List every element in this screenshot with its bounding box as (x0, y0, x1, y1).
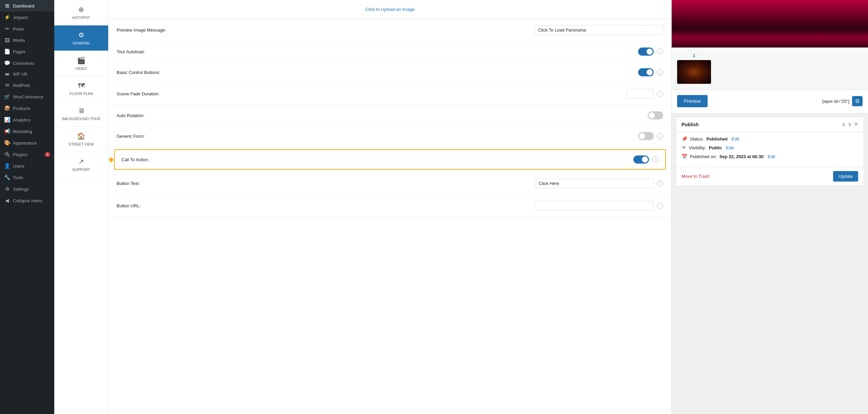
section-label: BACKGROUND TOUR (62, 117, 100, 121)
media-icon: 🖼 (4, 37, 10, 43)
published-edit-link[interactable]: Edit (768, 154, 775, 159)
collapse-up-icon[interactable]: ∧ (842, 121, 846, 128)
thumbnail-section: 1 (672, 48, 868, 89)
scene-fade-duration-row: Scene Fade Duration: i (108, 83, 671, 105)
publish-title: Publish (682, 122, 699, 127)
sidebar-item-dashboard[interactable]: ⊞ Dashboard (0, 0, 54, 12)
preview-button[interactable]: Preview (677, 95, 708, 107)
auto-rotation-label: Auto Rotation: (117, 113, 144, 118)
thumbnail-img[interactable] (677, 60, 711, 84)
button-text-row: Button Text: i (108, 172, 671, 195)
status-icon: 📌 (682, 136, 687, 142)
plugins-icon: 🔌 (4, 151, 10, 157)
publish-visibility-row: 👁 Visibility: Public Edit (682, 145, 858, 150)
status-edit-link[interactable]: Edit (732, 136, 739, 142)
published-date: Sep 22, 2023 at 06:30 (719, 154, 764, 159)
update-button[interactable]: Update (833, 171, 858, 182)
mailpoet-icon: ✉ (4, 82, 10, 88)
sidebar: ⊞ Dashboard ⚡ Jetpack ✏ Posts 🖼 Media 📄 … (0, 0, 54, 414)
section-hotspot[interactable]: ⊕ HOTSPOT (54, 0, 108, 25)
generic-form-toggle[interactable] (638, 132, 654, 140)
sidebar-item-wpvr[interactable]: 🥽 WP VR (0, 69, 54, 79)
published-label: Published on: (690, 154, 717, 159)
scene-fade-info[interactable]: i (657, 91, 663, 97)
collapse-down-icon[interactable]: ∨ (848, 121, 852, 128)
thumbnail-number: 1 (677, 53, 711, 58)
sidebar-item-plugins[interactable]: 🔌 Plugins 5 (0, 149, 54, 160)
publish-box: Publish ∧ ∨ ✕ 📌 Status: Published Edit 👁… (676, 117, 864, 186)
button-url-info[interactable]: i (657, 203, 663, 209)
move-to-trash-link[interactable]: Move to Trash (682, 174, 709, 179)
jetpack-icon: ⚡ (4, 14, 10, 20)
sidebar-item-users[interactable]: 👤 Users (0, 160, 54, 172)
button-url-input[interactable] (535, 201, 654, 211)
section-label: HOTSPOT (72, 16, 90, 20)
preview-image-message-input[interactable] (534, 25, 663, 35)
button-text-right: i (535, 178, 663, 188)
sidebar-item-tools[interactable]: 🔧 Tools (0, 172, 54, 183)
street-view-icon: 🏠 (77, 132, 85, 140)
copy-shortcode-button[interactable]: ⧉ (852, 96, 863, 106)
basic-control-toggle[interactable] (638, 68, 654, 76)
sidebar-item-mailpoet[interactable]: ✉ MailPoet (0, 79, 54, 91)
hotspot-icon: ⊕ (78, 5, 84, 14)
auto-rotation-toggle[interactable] (648, 111, 663, 119)
wpvr-icon: 🥽 (4, 72, 10, 76)
right-panel: 1 Preview [wpvr id="25"] ⧉ Publish ∧ (671, 0, 868, 414)
publish-footer: Move to Trash Update (676, 167, 864, 186)
sidebar-item-pages[interactable]: 📄 Pages (0, 46, 54, 57)
generic-form-info[interactable]: i (657, 133, 663, 139)
visibility-value: Public (709, 145, 722, 150)
sidebar-item-label: Users (13, 164, 24, 169)
sidebar-item-posts[interactable]: ✏ Posts (0, 23, 54, 35)
sidebar-item-appearance[interactable]: 🎨 Appearance (0, 137, 54, 149)
sidebar-item-settings[interactable]: ⚙ Settings (0, 183, 54, 195)
tour-autoload-toggle[interactable] (638, 48, 654, 56)
section-general[interactable]: ⚙ GENERAL (54, 25, 108, 51)
section-video[interactable]: 🎬 VIDEO (54, 51, 108, 76)
sidebar-item-woocommerce[interactable]: 🛒 WooCommerce (0, 91, 54, 102)
dashboard-icon: ⊞ (4, 3, 10, 9)
section-panel: ⊕ HOTSPOT ⚙ GENERAL 🎬 VIDEO 🗺 FLOOR PLAN… (54, 0, 108, 414)
sidebar-item-label: Settings (13, 187, 29, 192)
sidebar-item-label: Posts (13, 26, 24, 32)
button-text-input[interactable] (535, 178, 654, 188)
sidebar-item-label: Tools (13, 175, 23, 180)
basic-control-label: Basic Control Buttons: (117, 70, 160, 75)
button-text-info[interactable]: i (657, 181, 663, 187)
section-label: FLOOR PLAN (70, 92, 93, 96)
floorplan-icon: 🗺 (78, 82, 85, 90)
scene-fade-label: Scene Fade Duration: (117, 91, 159, 96)
sidebar-item-products[interactable]: 📦 Products (0, 102, 54, 114)
analytics-icon: 📊 (4, 117, 10, 123)
section-floorplan[interactable]: 🗺 FLOOR PLAN (54, 76, 108, 101)
section-support[interactable]: ↗ SUPPORT (54, 152, 108, 177)
button-url-right: i (535, 201, 663, 211)
sidebar-item-analytics[interactable]: 📊 Analytics (0, 114, 54, 126)
auto-rotation-row: Auto Rotation: (108, 105, 671, 126)
sidebar-item-comments[interactable]: 💬 Comments (0, 57, 54, 69)
section-street-view[interactable]: 🏠 STREET VIEW (54, 127, 108, 152)
basic-control-buttons-row: Basic Control Buttons: i (108, 62, 671, 83)
sidebar-item-media[interactable]: 🖼 Media (0, 35, 54, 46)
sidebar-item-label: Appearance (13, 140, 37, 146)
sidebar-item-marketing[interactable]: 📢 Marketing (0, 126, 54, 137)
users-icon: 👤 (4, 163, 10, 169)
generic-form-row: Generic Form: i (108, 126, 671, 147)
call-to-action-toggle[interactable] (633, 155, 649, 164)
basic-control-info[interactable]: i (657, 69, 663, 75)
visibility-edit-link[interactable]: Edit (726, 145, 733, 150)
section-background-tour[interactable]: 🖥 BACKGROUND TOUR (54, 101, 108, 127)
close-publish-icon[interactable]: ✕ (854, 121, 858, 128)
scene-fade-input[interactable] (627, 89, 654, 99)
section-label: SUPPORT (72, 168, 90, 172)
sidebar-item-label: Marketing (13, 129, 32, 134)
call-to-action-label: Call To Action : (121, 157, 151, 162)
status-label: Status: (690, 136, 704, 142)
sidebar-item-jetpack[interactable]: ⚡ Jetpack (0, 12, 54, 23)
preview-image-message-row: Preview Image Message: (108, 19, 671, 41)
upload-bar[interactable]: Click to Upload an Image (108, 0, 671, 19)
tour-autoload-info[interactable]: i (657, 49, 663, 55)
sidebar-item-collapse[interactable]: ◀ Collapse menu (0, 195, 54, 206)
call-to-action-info[interactable]: i (652, 156, 658, 163)
